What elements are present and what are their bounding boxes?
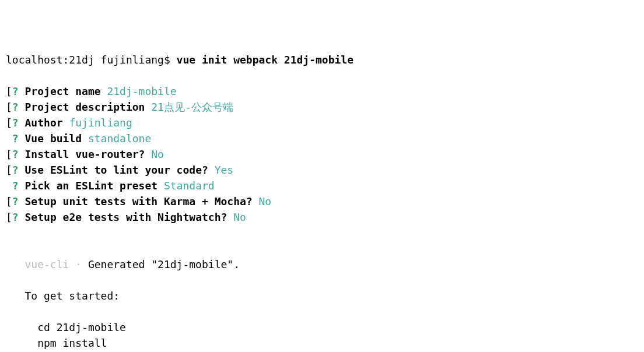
question-mark-icon: ? <box>12 179 19 192</box>
dot: · <box>69 258 88 270</box>
generated-msg: Generated "21dj-mobile". <box>88 258 240 270</box>
prompt-answer: 21dj-mobile <box>107 85 176 97</box>
prompt-bracket: [ <box>6 101 12 113</box>
question-mark-icon: ? <box>12 195 19 207</box>
prompt-bracket: [ <box>6 195 12 207</box>
prompt-answer: 21点见-公众号端 <box>151 101 233 113</box>
prompt-label: Author <box>25 117 63 129</box>
question-mark-icon: ? <box>12 132 19 145</box>
prompt-answer: fujinliang <box>69 117 132 129</box>
prompts-block: [? Project name 21dj-mobile [? Project d… <box>6 83 638 225</box>
prompt-bracket: [ <box>6 117 12 129</box>
cmd-line: cd 21dj-mobile <box>37 321 126 333</box>
question-mark-icon: ? <box>12 101 19 113</box>
terminal-output: localhost:21dj fujinliang$ vue init webp… <box>6 52 638 352</box>
question-mark-icon: ? <box>12 117 19 129</box>
prompt-bracket <box>6 132 12 145</box>
cmd-line: npm install <box>37 337 107 349</box>
prompt-label: Pick an ESLint preset <box>25 179 158 192</box>
command: vue init webpack 21dj-mobile <box>177 54 354 66</box>
question-mark-icon: ? <box>12 164 19 176</box>
prompt-label: Use ESLint to lint your code? <box>25 164 208 176</box>
get-started-header: To get started: <box>25 290 120 302</box>
question-mark-icon: ? <box>12 85 19 97</box>
question-mark-icon: ? <box>12 211 19 223</box>
prompt-bracket: [ <box>6 85 12 97</box>
question-mark-icon: ? <box>12 148 19 160</box>
prompt-label: Setup unit tests with Karma + Mocha? <box>25 195 253 207</box>
prompt-label: Project description <box>25 101 145 113</box>
prompt-answer: No <box>259 195 272 207</box>
cli-name: vue-cli <box>25 258 69 270</box>
prompt-answer: No <box>233 211 246 223</box>
prompt-label: Project name <box>25 85 101 97</box>
prompt-bracket: [ <box>6 148 12 160</box>
prompt-bracket: [ <box>6 164 12 176</box>
prompt-answer: standalone <box>88 132 151 145</box>
prompt-label: Install vue-router? <box>25 148 145 160</box>
prompt-answer: No <box>151 148 164 160</box>
prompt-label: Vue build <box>25 132 82 145</box>
prompt-label: Setup e2e tests with Nightwatch? <box>25 211 228 223</box>
prompt-bracket <box>6 179 12 192</box>
prompt-bracket: [ <box>6 211 12 223</box>
prompt-answer: Standard <box>164 179 215 192</box>
shell-prompt: localhost:21dj fujinliang$ <box>6 54 177 66</box>
prompt-answer: Yes <box>215 164 234 176</box>
